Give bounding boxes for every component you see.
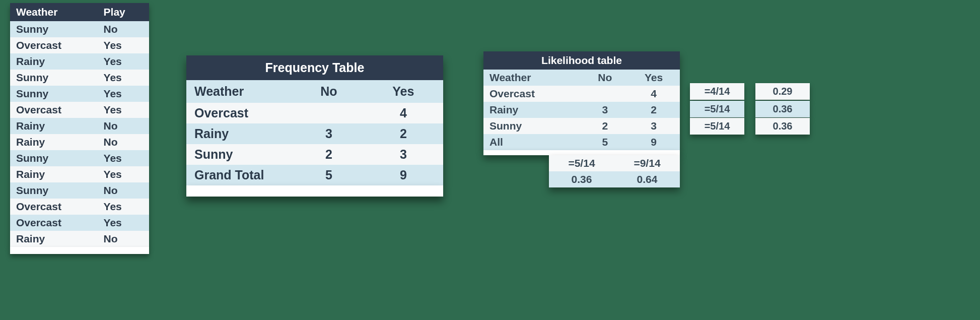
like-header-no: No bbox=[582, 70, 627, 86]
likelihood-row-marginal: =5/14 bbox=[690, 101, 744, 117]
like-row-marg-value: 0.29 bbox=[755, 83, 810, 100]
raw-cell-play: Yes bbox=[98, 102, 149, 118]
freq-row-label: Overcast bbox=[186, 103, 294, 123]
raw-cell-weather: Rainy bbox=[10, 166, 98, 182]
raw-cell-play: No bbox=[98, 182, 149, 199]
raw-cell-weather: Overcast bbox=[10, 199, 98, 215]
like-col-no-value: 0.36 bbox=[549, 171, 614, 187]
freq-cell: 9 bbox=[364, 165, 443, 185]
freq-cell: 4 bbox=[364, 103, 443, 123]
likelihood-row-marginal: =5/14 bbox=[690, 118, 744, 135]
raw-cell-weather: Overcast bbox=[10, 215, 98, 231]
like-header-yes: Yes bbox=[627, 70, 680, 86]
raw-cell-weather: Sunny bbox=[10, 182, 98, 199]
raw-cell-play: Yes bbox=[98, 53, 149, 70]
likelihood-row-marginal: 0.29 bbox=[755, 83, 810, 100]
raw-cell-weather: Rainy bbox=[10, 231, 98, 247]
freq-row-label: Sunny bbox=[186, 144, 294, 165]
like-row-marg-formula: =4/14 bbox=[690, 83, 744, 100]
like-col-no-formula: =5/14 bbox=[549, 155, 614, 171]
freq-cell: 2 bbox=[294, 144, 364, 165]
like-cell: 5 bbox=[582, 134, 627, 150]
raw-cell-play: No bbox=[98, 118, 149, 134]
freq-row-label: Grand Total bbox=[186, 165, 294, 185]
raw-table-footer bbox=[10, 247, 149, 254]
likelihood-row-marginal: =4/14 bbox=[690, 83, 744, 100]
raw-header-weather: Weather bbox=[10, 3, 98, 21]
like-row-marg-value: 0.36 bbox=[755, 118, 810, 135]
like-row-label: Overcast bbox=[483, 86, 582, 102]
likelihood-column-marginals: =5/14 =9/14 0.36 0.64 bbox=[549, 155, 680, 187]
raw-cell-play: No bbox=[98, 21, 149, 37]
raw-data-table: Weather Play SunnyNoOvercastYesRainyYesS… bbox=[10, 3, 149, 254]
like-header-weather: Weather bbox=[483, 70, 582, 86]
likelihood-table-footer bbox=[483, 150, 680, 155]
freq-cell: 2 bbox=[364, 123, 443, 144]
raw-cell-weather: Rainy bbox=[10, 118, 98, 134]
like-cell: 3 bbox=[582, 102, 627, 118]
raw-cell-weather: Sunny bbox=[10, 150, 98, 166]
raw-cell-play: Yes bbox=[98, 70, 149, 86]
freq-cell: 3 bbox=[294, 123, 364, 144]
raw-cell-play: No bbox=[98, 231, 149, 247]
raw-cell-play: No bbox=[98, 134, 149, 150]
raw-cell-weather: Sunny bbox=[10, 86, 98, 102]
like-row-marg-value: 0.36 bbox=[755, 101, 810, 117]
freq-cell bbox=[294, 103, 364, 123]
likelihood-table: Likelihood table Weather No Yes Overcast… bbox=[483, 51, 680, 187]
freq-cell: 3 bbox=[364, 144, 443, 165]
raw-cell-play: Yes bbox=[98, 150, 149, 166]
like-row-marg-formula: =5/14 bbox=[690, 118, 744, 135]
likelihood-row-marginal: 0.36 bbox=[755, 118, 810, 135]
raw-cell-weather: Rainy bbox=[10, 53, 98, 70]
raw-cell-weather: Sunny bbox=[10, 21, 98, 37]
freq-header-weather: Weather bbox=[186, 80, 294, 103]
like-col-yes-value: 0.64 bbox=[614, 171, 680, 187]
like-row-marg-formula: =5/14 bbox=[690, 101, 744, 117]
likelihood-table-title: Likelihood table bbox=[483, 51, 680, 70]
like-cell: 4 bbox=[627, 86, 680, 102]
like-cell bbox=[582, 86, 627, 102]
freq-cell: 5 bbox=[294, 165, 364, 185]
frequency-table-title: Frequency Table bbox=[186, 55, 443, 80]
like-row-label: Sunny bbox=[483, 118, 582, 134]
raw-cell-play: Yes bbox=[98, 199, 149, 215]
raw-cell-weather: Overcast bbox=[10, 37, 98, 53]
freq-row-label: Rainy bbox=[186, 123, 294, 144]
raw-cell-weather: Overcast bbox=[10, 102, 98, 118]
raw-cell-play: Yes bbox=[98, 37, 149, 53]
like-cell: 2 bbox=[582, 118, 627, 134]
like-row-label: All bbox=[483, 134, 582, 150]
raw-cell-play: Yes bbox=[98, 86, 149, 102]
raw-cell-weather: Sunny bbox=[10, 70, 98, 86]
raw-cell-play: Yes bbox=[98, 215, 149, 231]
like-cell: 9 bbox=[627, 134, 680, 150]
likelihood-row-marginal: 0.36 bbox=[755, 101, 810, 117]
like-cell: 2 bbox=[627, 102, 680, 118]
like-row-label: Rainy bbox=[483, 102, 582, 118]
raw-cell-play: Yes bbox=[98, 166, 149, 182]
freq-header-yes: Yes bbox=[364, 80, 443, 103]
raw-header-play: Play bbox=[98, 3, 149, 21]
like-cell: 3 bbox=[627, 118, 680, 134]
like-col-yes-formula: =9/14 bbox=[614, 155, 680, 171]
raw-cell-weather: Rainy bbox=[10, 134, 98, 150]
frequency-table-footer bbox=[186, 185, 443, 197]
freq-header-no: No bbox=[294, 80, 364, 103]
frequency-table: Frequency Table Weather No Yes Overcast … bbox=[186, 55, 443, 197]
